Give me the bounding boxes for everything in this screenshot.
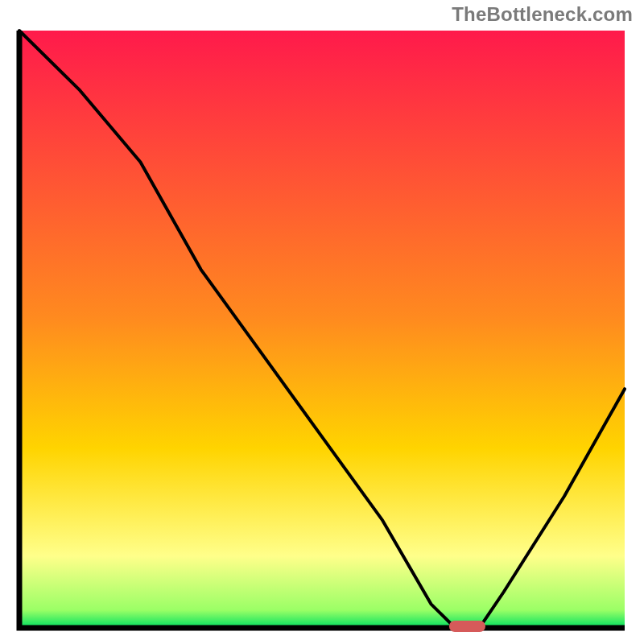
chart-container: TheBottleneck.com [0,0,644,644]
attribution-text: TheBottleneck.com [452,3,633,26]
optimal-marker [449,621,485,632]
bottleneck-chart [14,26,630,638]
plot-background [19,31,625,628]
